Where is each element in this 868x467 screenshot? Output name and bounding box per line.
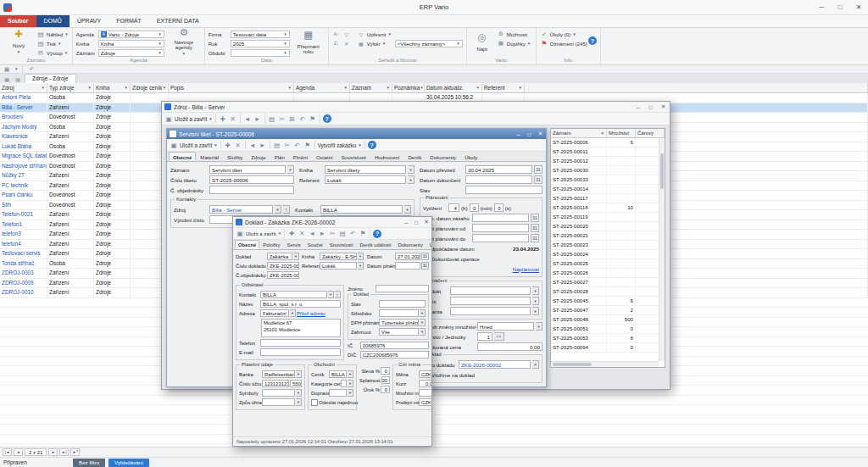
close-icon[interactable]: ✕ (421, 217, 431, 227)
bank-field[interactable]: Raiffeisenbank a.s. (262, 370, 295, 378)
doklad-tab[interactable]: Položky (259, 240, 283, 249)
column-header[interactable]: Záznam▼ (350, 83, 392, 92)
symbol-field[interactable] (262, 389, 295, 397)
vat-id-field[interactable]: CZC200685976 (360, 351, 429, 359)
print-icon[interactable]: ▤ (273, 141, 281, 149)
dropdown-icon[interactable]: ▼ (420, 319, 426, 326)
dropdown-icon[interactable]: ▼ (358, 262, 364, 270)
list-column-header[interactable]: Záznam▼ (551, 129, 607, 137)
sales-currency-field[interactable]: CZK (419, 398, 431, 406)
filter-icon[interactable]: ▽ (342, 30, 351, 38)
planned-date-field[interactable] (472, 214, 529, 222)
close-icon[interactable]: ✕ (849, 0, 868, 14)
close-icon[interactable]: ✕ (535, 129, 546, 139)
view-caret-icon[interactable]: ▼ (14, 67, 18, 71)
column-header[interactable]: Zdroje ceník▼ (131, 83, 169, 92)
bank-code-field[interactable]: 5500 (290, 380, 302, 387)
list-column-header[interactable]: Čárový (636, 129, 665, 137)
delete-icon[interactable]: ✕ (229, 114, 237, 123)
spin-icon[interactable]: ↕ (335, 291, 341, 298)
new-icon[interactable]: ✚ (224, 141, 232, 149)
workload-minutes-field[interactable]: 0 (470, 203, 479, 212)
list-item[interactable]: ST-2025-00051 0 (551, 325, 665, 334)
cut-icon[interactable]: ✂ (278, 114, 287, 123)
dropdown-icon[interactable]: ▼ (287, 165, 294, 174)
ticket-tab[interactable]: Služby (223, 152, 247, 161)
variant-field[interactable] (450, 307, 531, 315)
column-header[interactable]: Typ zdroje▼ (47, 83, 94, 92)
column-header[interactable]: Referent▼ (482, 83, 525, 92)
clear-icon[interactable]: ✕ (532, 360, 539, 369)
list-column-header[interactable]: Množství (607, 129, 636, 137)
agenda-select[interactable]: AVario - Zdroje▼ (98, 31, 164, 38)
flag-icon[interactable]: ⚑ (359, 230, 367, 238)
dropdown-icon[interactable]: ▼ (408, 165, 415, 174)
date-field[interactable]: 27.01.2026 (395, 253, 420, 260)
person-name-field[interactable] (376, 285, 429, 292)
ticket-tab[interactable]: Zdroje (247, 152, 270, 161)
cost-center-field[interactable] (379, 309, 419, 317)
document-number-field[interactable]: ZKE-2026-00002 (459, 360, 531, 369)
next-icon[interactable]: ► (318, 230, 326, 238)
dropdown-icon[interactable]: ▼ (296, 389, 302, 397)
ticket-titlebar[interactable]: Servisní tiket - ST-2025-00006 ─ □ ✕ (167, 129, 546, 139)
obdobi-select[interactable]: ▼ (231, 49, 290, 57)
list-item[interactable]: ST-2025-00047 2 (551, 306, 665, 315)
save-icon[interactable]: ▣ (236, 230, 244, 238)
save-close-button[interactable]: Uložit a zavřít (246, 231, 276, 236)
tasks-button[interactable]: ✓Úkoly (0)▼ (540, 30, 586, 38)
product-field[interactable] (450, 286, 531, 295)
list-item[interactable]: ST-2025-00094 0 (551, 343, 665, 353)
ribbon-tab[interactable]: DOMŮ (36, 15, 70, 27)
ticket-tab[interactable]: Úkoly (460, 152, 481, 161)
discount-field[interactable]: 0 (381, 367, 390, 375)
new-record-button[interactable]: ✚ Nový ▼ (3, 30, 34, 57)
advanced-filter-button[interactable]: ▽Upřesnit▼ (357, 30, 392, 38)
records-filter-select[interactable]: <Všechny záznamy>▼ (395, 40, 463, 47)
account-number-field[interactable]: 123123123 (262, 380, 289, 387)
dropdown-icon[interactable]: ▼ (408, 175, 415, 184)
maximize-icon[interactable]: □ (644, 102, 657, 112)
column-header[interactable]: Datum aktualiz.▼ (425, 83, 482, 92)
new-icon[interactable]: ✚ (219, 114, 227, 123)
next-icon[interactable]: ► (253, 114, 262, 123)
new-record-nav-button[interactable]: ►* (70, 448, 80, 456)
doklad-titlebar[interactable]: Doklad - Zakázka ZKE-2026-00002 ─ □ ✕ (233, 217, 431, 228)
zaznam-select[interactable]: Zdroje▼ (98, 49, 164, 57)
dropdown-icon[interactable]: ▼ (296, 398, 302, 406)
schedule-link[interactable]: Naplánovat (513, 266, 539, 272)
print-button[interactable]: ▤Tisk▼ (36, 39, 69, 47)
minimize-icon[interactable]: ─ (632, 102, 644, 112)
kniha-field[interactable]: Zakázky - E-SHOP (320, 253, 357, 260)
dropdown-icon[interactable]: ▼ (420, 309, 426, 317)
sort-ascending-icon[interactable]: A↓ (332, 30, 341, 38)
calendar-icon[interactable]: 31 (421, 253, 429, 260)
notifications-button[interactable]: ⚑Oznámení (245) (540, 39, 586, 47)
state-field[interactable] (465, 186, 542, 194)
ribbon-tab[interactable]: Soubor (0, 15, 36, 27)
maximize-icon[interactable]: □ (411, 217, 421, 227)
list-item[interactable]: ST-2025-00030 (551, 166, 665, 175)
help-icon[interactable]: ? (323, 114, 331, 123)
ticket-tab[interactable]: Plnění (289, 152, 312, 161)
referent-field[interactable]: Lukáš (325, 175, 406, 184)
column-header[interactable]: Agenda▼ (294, 83, 350, 92)
dropdown-icon[interactable]: ▼ (293, 253, 299, 260)
next-icon[interactable]: ► (259, 141, 267, 149)
zdroj-field[interactable]: Billa - Server (209, 205, 273, 214)
kniha-field[interactable]: Servisní tikety (325, 165, 406, 174)
kniha-select[interactable]: Kniha▼ (98, 40, 164, 47)
exchange-rate-field[interactable]: 0,000 (419, 380, 431, 387)
refresh-icon[interactable]: ↶ (27, 65, 36, 74)
calendar-icon[interactable]: 31 (534, 175, 542, 184)
dropdown-icon[interactable]: ▼ (328, 291, 334, 298)
list-item[interactable]: ST-2025-00027 (551, 278, 665, 287)
attach-address-link[interactable]: Přilož adresu (297, 311, 326, 316)
clear-filter-icon[interactable]: ✕ (342, 39, 351, 47)
list-item[interactable]: ST-2025-00053 8 (551, 334, 665, 343)
list-item[interactable]: ST-2025-00028 (551, 287, 665, 297)
ticket-tab[interactable]: Ostatní (312, 152, 337, 161)
doklad-tab[interactable]: Deník událostí (356, 240, 394, 249)
dropdown-icon[interactable]: ▼ (532, 307, 539, 315)
previous-icon[interactable]: ◄ (248, 141, 257, 149)
